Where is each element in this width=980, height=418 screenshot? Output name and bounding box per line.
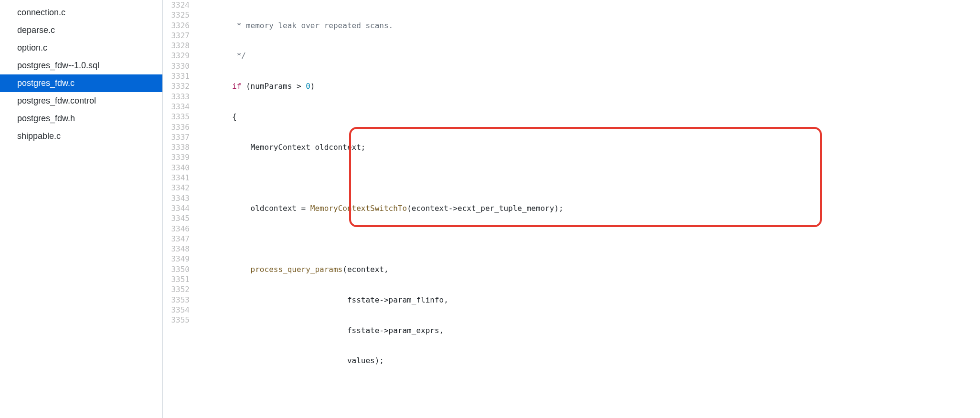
line-number: 3350: [163, 264, 190, 274]
fn-process-query-params: process_query_params: [251, 265, 343, 274]
line-number: 3345: [163, 213, 190, 223]
line-number: 3339: [163, 152, 190, 162]
line-number: 3333: [163, 92, 190, 102]
file-sidebar: connection.c deparse.c option.c postgres…: [0, 0, 162, 418]
line-number: 3348: [163, 244, 190, 254]
code-editor[interactable]: 3324332533263327332833293330333133323333…: [162, 0, 980, 418]
fn-memory-context-switch: MemoryContextSwitchTo: [310, 204, 407, 213]
comment-text: * memory leak over repeated scans.: [195, 21, 393, 30]
line-number: 3328: [163, 41, 190, 51]
comment-close: */: [195, 51, 246, 60]
line-number-gutter: 3324332533263327332833293330333133323333…: [163, 0, 195, 418]
line-number: 3336: [163, 122, 190, 132]
line-number: 3329: [163, 51, 190, 61]
line-number: 3330: [163, 61, 190, 71]
line-number: 3326: [163, 21, 190, 31]
sidebar-item-postgres-fdw-c[interactable]: postgres_fdw.c: [0, 74, 162, 92]
line-number: 3324: [163, 0, 190, 10]
line-number: 3331: [163, 71, 190, 81]
sidebar-item-connection[interactable]: connection.c: [0, 4, 162, 21]
line-number: 3353: [163, 295, 190, 305]
line-number: 3347: [163, 234, 190, 244]
sidebar-item-postgres-fdw-control[interactable]: postgres_fdw.control: [0, 92, 162, 110]
sidebar-item-shippable[interactable]: shippable.c: [0, 127, 162, 145]
line-number: 3335: [163, 112, 190, 122]
line-number: 3327: [163, 31, 190, 41]
line-number: 3334: [163, 102, 190, 112]
code-content[interactable]: * memory leak over repeated scans. */ if…: [195, 0, 980, 418]
line-number: 3341: [163, 173, 190, 183]
sidebar-item-postgres-fdw-sql[interactable]: postgres_fdw--1.0.sql: [0, 57, 162, 74]
line-number: 3343: [163, 193, 190, 203]
line-number: 3352: [163, 284, 190, 294]
line-number: 3346: [163, 224, 190, 234]
line-number: 3338: [163, 142, 190, 152]
line-number: 3351: [163, 274, 190, 284]
line-number: 3325: [163, 10, 190, 20]
line-number: 3354: [163, 305, 190, 315]
line-number: 3340: [163, 163, 190, 173]
keyword-if: if: [232, 82, 241, 91]
line-number: 3355: [163, 315, 190, 325]
line-number: 3349: [163, 254, 190, 264]
sidebar-item-postgres-fdw-h[interactable]: postgres_fdw.h: [0, 110, 162, 127]
line-number: 3332: [163, 81, 190, 91]
line-number: 3344: [163, 203, 190, 213]
sidebar-item-deparse[interactable]: deparse.c: [0, 21, 162, 39]
line-number: 3337: [163, 132, 190, 142]
line-number: 3342: [163, 183, 190, 193]
sidebar-item-option[interactable]: option.c: [0, 39, 162, 57]
